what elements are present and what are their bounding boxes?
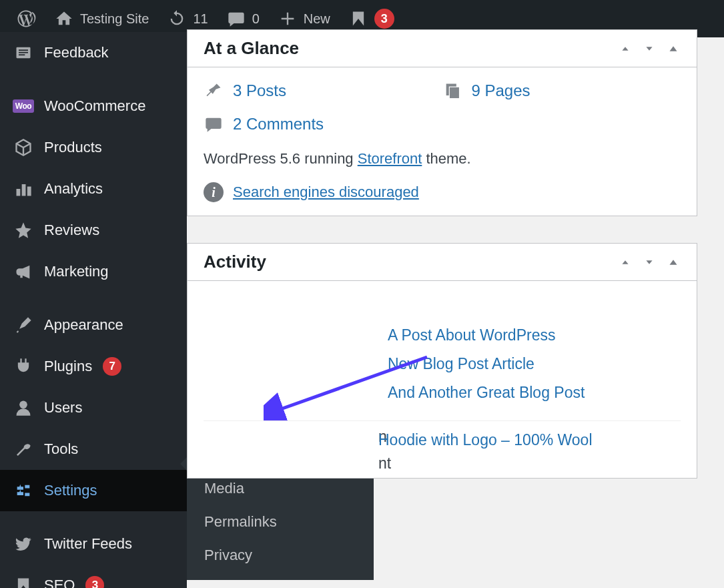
seo-notice-link[interactable]: Search engines discouraged — [233, 184, 419, 201]
feedback-icon — [13, 43, 33, 63]
partial-text: nt — [378, 455, 391, 473]
glance-posts: 3 Posts — [204, 81, 442, 101]
chevron-down-icon[interactable] — [642, 255, 657, 270]
site-title-link[interactable]: Testing Site — [45, 9, 158, 28]
sidebar-item-twitter[interactable]: Twitter Feeds — [0, 523, 187, 565]
main-content: At a Glance 3 Posts 9 Pages 2 Comm — [187, 37, 711, 588]
triangle-up-icon[interactable] — [666, 41, 681, 56]
chevron-up-icon[interactable] — [618, 255, 633, 270]
seo-notif[interactable]: 3 — [340, 9, 404, 29]
woocommerce-icon: Woo — [13, 96, 33, 116]
sidebar-item-settings[interactable]: Settings — [0, 470, 187, 511]
paintbrush-icon — [13, 315, 33, 335]
chevron-down-icon[interactable] — [642, 41, 657, 56]
twitter-icon — [13, 534, 33, 554]
activity-post-link[interactable]: New Blog Post Article — [388, 350, 681, 378]
svg-rect-3 — [19, 54, 25, 55]
panel-title: At a Glance — [204, 38, 299, 59]
panel-controls — [618, 255, 681, 270]
svg-rect-6 — [27, 187, 31, 196]
comments-link[interactable]: 0 — [218, 9, 269, 28]
glance-pages: 9 Pages — [442, 81, 681, 101]
site-title: Testing Site — [80, 11, 149, 27]
sidebar-item-label: Analytics — [44, 180, 103, 198]
sidebar-separator — [0, 292, 187, 304]
pages-link[interactable]: 9 Pages — [472, 81, 530, 100]
posts-link[interactable]: 3 Posts — [233, 81, 286, 100]
analytics-icon — [13, 179, 33, 199]
sidebar-item-products[interactable]: Products — [0, 127, 187, 168]
sidebar-item-label: Marketing — [44, 263, 109, 280]
products-icon — [13, 137, 33, 158]
info-icon: i — [204, 182, 224, 202]
sidebar-separator — [0, 511, 187, 523]
plus-icon — [278, 9, 297, 28]
version-prefix: WordPress 5.6 running — [204, 150, 358, 167]
settings-icon — [13, 481, 33, 501]
sidebar-item-appearance[interactable]: Appearance — [0, 304, 187, 346]
sidebar-separator — [0, 73, 187, 85]
new-label: New — [304, 11, 330, 27]
version-suffix: theme. — [422, 150, 470, 167]
users-icon — [13, 398, 33, 418]
home-icon — [55, 9, 73, 28]
triangle-up-icon[interactable] — [666, 255, 681, 270]
sidebar-item-feedback[interactable]: Feedback — [0, 32, 187, 73]
panel-at-a-glance: At a Glance 3 Posts 9 Pages 2 Comm — [187, 29, 697, 216]
svg-rect-1 — [19, 49, 28, 51]
comments-count: 0 — [252, 11, 260, 27]
seo-notice: i Search engines discouraged — [204, 182, 681, 202]
sidebar-item-label: Tools — [44, 440, 78, 458]
panel-controls — [618, 41, 681, 56]
comments-link[interactable]: 2 Comments — [233, 115, 324, 133]
svg-rect-4 — [17, 189, 21, 196]
sidebar-item-label: Settings — [44, 482, 97, 499]
sidebar-item-label: Users — [44, 399, 82, 416]
activity-body: A Post About WordPress New Blog Post Art… — [188, 281, 697, 478]
plugin-icon — [13, 356, 33, 376]
yoast-icon — [13, 575, 33, 588]
chevron-up-icon[interactable] — [618, 41, 633, 56]
sidebar-item-reviews[interactable]: Reviews — [0, 210, 187, 251]
sidebar-item-tools[interactable]: Tools — [0, 428, 187, 470]
glance-comments: 2 Comments — [204, 114, 442, 134]
refresh-icon — [167, 9, 186, 28]
theme-link[interactable]: Storefront — [358, 150, 422, 167]
panel-header[interactable]: At a Glance — [188, 30, 697, 67]
sidebar-item-plugins[interactable]: Plugins 7 — [0, 346, 187, 387]
sidebar-item-label: Products — [44, 139, 102, 156]
yoast-icon — [349, 9, 368, 28]
panel-body: 3 Posts 9 Pages 2 Comments WordPress 5.6… — [188, 67, 697, 216]
sidebar-item-seo[interactable]: SEO 3 — [0, 565, 187, 588]
plugins-badge: 7 — [103, 357, 121, 376]
sidebar-item-label: WooCommerce — [44, 97, 145, 115]
wp-logo[interactable] — [7, 9, 45, 29]
sidebar-item-label: Reviews — [44, 222, 99, 239]
updates-link[interactable]: 11 — [158, 9, 217, 28]
pages-icon — [442, 81, 462, 101]
activity-product-link[interactable]: Hoodie with Logo – 100% Wool — [378, 426, 681, 455]
sidebar-item-label: Feedback — [44, 44, 109, 61]
new-link[interactable]: New — [269, 9, 340, 28]
activity-post-link[interactable]: A Post About WordPress — [388, 321, 681, 350]
star-icon — [13, 220, 33, 240]
seo-badge: 3 — [85, 576, 104, 588]
panel-activity: Activity A Post About WordPress New Blog… — [187, 243, 697, 479]
wordpress-icon — [16, 9, 36, 29]
svg-rect-5 — [22, 184, 26, 196]
sidebar-item-marketing[interactable]: Marketing — [0, 251, 187, 292]
sidebar-item-analytics[interactable]: Analytics — [0, 168, 187, 210]
sidebar-item-users[interactable]: Users — [0, 387, 187, 428]
sidebar-item-woocommerce[interactable]: Woo WooCommerce — [0, 85, 187, 127]
svg-rect-9 — [449, 87, 459, 99]
panel-header[interactable]: Activity — [188, 244, 697, 281]
activity-post-link[interactable]: And Another Great Blog Post — [388, 378, 681, 407]
updates-count: 11 — [193, 11, 208, 27]
sidebar-item-label: SEO — [44, 577, 75, 588]
sidebar-item-label: Plugins — [44, 358, 92, 375]
comment-icon — [227, 9, 246, 28]
panel-title: Activity — [204, 252, 266, 272]
sidebar-item-label: Twitter Feeds — [44, 535, 132, 553]
svg-rect-2 — [19, 52, 28, 53]
pin-icon — [204, 81, 224, 101]
